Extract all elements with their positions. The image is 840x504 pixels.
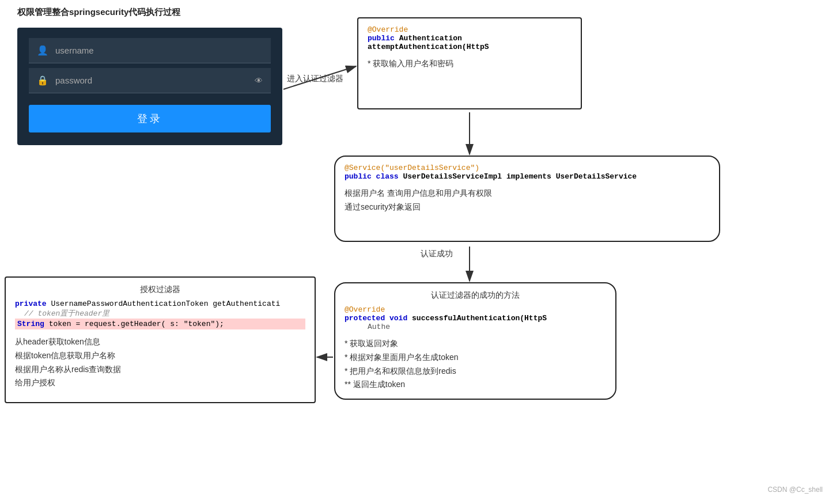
- annotation-override: @Override: [368, 25, 408, 34]
- keyword-public: public: [368, 34, 395, 43]
- token-line-highlight: String token = request.getHeader( s: "to…: [15, 319, 305, 329]
- keyword-string: String: [17, 320, 44, 328]
- password-placeholder: password: [55, 75, 255, 85]
- label-auth-success: 认证成功: [421, 249, 453, 259]
- desc-query-user: 根据用户名 查询用户信息和用户具有权限 通过security对象返回: [345, 187, 710, 214]
- username-field[interactable]: 👤 username: [29, 38, 271, 63]
- code-box-user-details: @Service("userDetailsService") public cl…: [334, 156, 720, 242]
- username-placeholder: username: [55, 46, 263, 55]
- comment-token-header: // token置于header里: [15, 308, 305, 319]
- code-box-auth-filter: 授权过滤器 private UsernamePasswordAuthentica…: [5, 276, 316, 403]
- auth-filter-title: 授权过滤器: [15, 285, 305, 295]
- user-icon: 👤: [37, 45, 48, 56]
- box-title-success-method: 认证过滤器的成功的方法: [345, 290, 606, 301]
- page-title: 权限管理整合springsecurity代码执行过程: [17, 7, 180, 18]
- desc-get-credentials: * 获取输入用户名和密码: [368, 57, 572, 71]
- token-assignment: token = request.getHeader( s: "token");: [49, 320, 224, 328]
- code-box-attempt-auth: @Override public Authentication attemptA…: [357, 17, 582, 109]
- annotation-override-2: @Override: [345, 305, 385, 314]
- desc-auth-steps: 从header获取token信息 根据token信息获取用户名称 根据用户名称从…: [15, 335, 305, 390]
- eye-icon[interactable]: 👁: [255, 76, 263, 85]
- password-field[interactable]: 🔒 password 👁: [29, 68, 271, 93]
- login-button[interactable]: 登录: [29, 105, 271, 132]
- method-successful: successfulAuthentication(HttpS: [412, 314, 547, 323]
- login-form: 👤 username 🔒 password 👁 登录: [17, 28, 282, 145]
- method-get-auth: UsernamePasswordAuthenticationToken getA…: [51, 300, 280, 308]
- watermark: CSDN @Cc_shell: [767, 486, 823, 494]
- keyword-private: private: [15, 300, 47, 308]
- code-box-successful-auth: 认证过滤器的成功的方法 @Override protected void suc…: [334, 282, 616, 400]
- service-annotation: @Service("userDetailsService"): [345, 164, 479, 172]
- keyword-protected-void: protected void: [345, 314, 407, 323]
- label-enter-filter: 进入认证过滤器: [287, 74, 343, 84]
- continuation-text: Authe: [345, 323, 606, 331]
- desc-success-steps: * 获取返回对象 * 根据对象里面用户名生成token * 把用户名和权限信息放…: [345, 337, 606, 392]
- lock-icon: 🔒: [37, 75, 48, 86]
- keyword-public-class: public class: [345, 172, 399, 181]
- class-declaration: UserDetailsServiceImpl implements UserDe…: [403, 172, 637, 181]
